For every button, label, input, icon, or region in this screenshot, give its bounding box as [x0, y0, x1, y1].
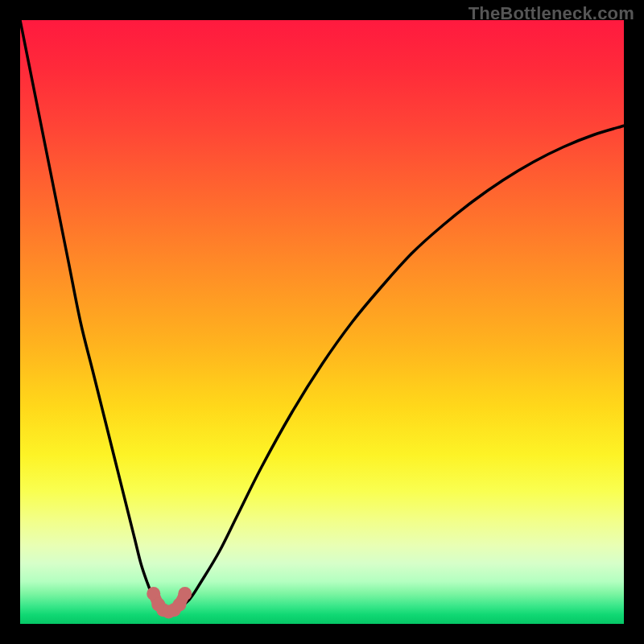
bottleneck-curve: [20, 20, 624, 612]
plot-area: [20, 20, 624, 624]
curve-svg: [20, 20, 624, 624]
valley-markers: [147, 587, 192, 619]
chart-frame: TheBottleneck.com: [0, 0, 644, 644]
valley-marker: [178, 587, 192, 601]
